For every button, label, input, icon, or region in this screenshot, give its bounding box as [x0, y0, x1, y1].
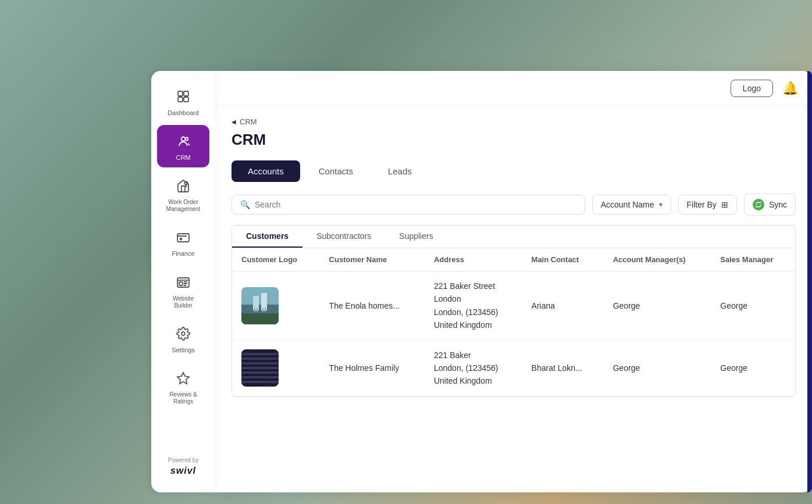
svg-rect-19 — [262, 308, 263, 312]
customer-logo-2 — [241, 349, 279, 387]
sidebar-item-dashboard[interactable]: Dashboard — [157, 80, 209, 123]
sync-dot — [753, 199, 764, 210]
row1-addr1: 221 Baker Street — [434, 280, 513, 292]
account-name-dropdown[interactable]: Account Name ▾ — [592, 195, 671, 215]
bell-button[interactable]: 🔔 — [782, 81, 798, 96]
row1-sales-manager: George — [711, 271, 795, 341]
table-row[interactable]: The Holmes Family 221 Baker London, (123… — [232, 340, 795, 396]
sync-button[interactable]: Sync — [744, 194, 796, 216]
row2-address: 221 Baker London, (123456) United Kingdo… — [425, 340, 522, 396]
brand-logo: swivl — [170, 466, 196, 476]
settings-icon — [173, 323, 194, 344]
finance-icon — [173, 227, 194, 248]
sidebar-item-finance[interactable]: Finance — [157, 221, 209, 263]
sidebar-item-settings-label: Settings — [172, 346, 195, 354]
sidebar-item-work-order[interactable]: Work Order Management — [157, 170, 209, 219]
table-row[interactable]: The Enola homes... 221 Baker Street Lond… — [232, 271, 795, 341]
svg-rect-21 — [241, 313, 279, 324]
filter-icon: ⊞ — [721, 200, 728, 209]
row1-addr3: London, (123456) — [434, 306, 513, 319]
sub-tab-customers[interactable]: Customers — [232, 226, 302, 248]
svg-rect-20 — [265, 308, 266, 312]
search-filter-row: 🔍 Account Name ▾ Filter By ⊞ — [232, 194, 796, 216]
content-area: ◀ CRM CRM Accounts Contacts Leads 🔍 Acco… — [215, 106, 812, 492]
col-sales-manager: Sales Manager — [711, 248, 795, 271]
sidebar-item-reviews[interactable]: Reviews & Ratings — [157, 362, 209, 411]
filter-label: Filter By — [687, 200, 717, 209]
customer-logo-1 — [241, 287, 279, 324]
table-container: Customers Subcontractors Suppliers Custo… — [232, 225, 796, 397]
row2-contact: Bharat Lokn... — [522, 340, 604, 396]
website-builder-icon — [173, 272, 194, 293]
row1-addr2: London — [434, 292, 513, 305]
row1-address: 221 Baker Street London London, (123456)… — [425, 271, 522, 341]
svg-marker-12 — [177, 373, 189, 384]
col-address: Address — [425, 248, 522, 271]
breadcrumb-arrow: ◀ — [232, 119, 236, 125]
breadcrumb-parent[interactable]: CRM — [240, 117, 257, 126]
row2-account-manager: George — [604, 340, 711, 396]
sidebar-item-website-builder[interactable]: Website Builder — [157, 266, 209, 315]
search-box: 🔍 — [232, 195, 585, 215]
svg-rect-16 — [261, 293, 267, 310]
crm-icon — [173, 131, 194, 152]
sub-tab-subcontractors[interactable]: Subcontractors — [302, 226, 385, 248]
tab-contacts[interactable]: Contacts — [302, 160, 369, 182]
logo-button[interactable]: Logo — [731, 80, 773, 97]
customers-table: Customer Logo Customer Name Address Main… — [232, 248, 795, 396]
row1-contact: Ariana — [522, 271, 604, 341]
row2-sales-manager: George — [711, 340, 795, 396]
right-panel — [807, 71, 812, 492]
powered-by-section: Powered by swivl — [161, 450, 206, 483]
sidebar-item-finance-label: Finance — [172, 250, 194, 258]
row2-name: The Holmes Family — [320, 340, 425, 396]
svg-rect-7 — [177, 234, 189, 242]
col-name: Customer Name — [320, 248, 425, 271]
top-header: Logo 🔔 — [215, 71, 812, 106]
page-title: CRM — [232, 131, 796, 149]
col-logo: Customer Logo — [232, 248, 320, 271]
row1-logo — [232, 271, 320, 341]
main-tabs: Accounts Contacts Leads — [232, 160, 796, 182]
powered-by-text: Powered by — [168, 457, 199, 463]
sidebar-item-crm[interactable]: CRM — [157, 125, 209, 167]
svg-rect-18 — [257, 308, 258, 312]
svg-rect-17 — [254, 308, 255, 312]
tab-accounts[interactable]: Accounts — [232, 160, 300, 182]
svg-rect-15 — [253, 296, 259, 310]
breadcrumb: ◀ CRM — [232, 117, 796, 126]
sidebar-item-website-builder-label: Website Builder — [164, 295, 202, 309]
sidebar-item-settings[interactable]: Settings — [157, 317, 209, 360]
row1-name: The Enola homes... — [320, 271, 425, 341]
svg-rect-2 — [178, 97, 183, 102]
sidebar-item-crm-label: CRM — [176, 154, 190, 162]
svg-rect-3 — [184, 97, 188, 102]
tab-leads[interactable]: Leads — [372, 160, 428, 182]
col-contact: Main Contact — [522, 248, 604, 271]
search-icon: 🔍 — [240, 200, 250, 209]
chevron-down-icon: ▾ — [659, 201, 663, 209]
row2-addr1: 221 Baker — [434, 349, 513, 362]
dropdown-label: Account Name — [601, 200, 654, 209]
row1-addr4: United Kingdom — [434, 319, 513, 331]
svg-rect-1 — [184, 91, 188, 96]
col-account-manager: Account Manager(s) — [604, 248, 711, 271]
sub-tab-suppliers[interactable]: Suppliers — [385, 226, 447, 248]
search-input[interactable] — [255, 200, 576, 209]
svg-rect-0 — [178, 91, 183, 96]
sidebar-item-work-order-label: Work Order Management — [164, 199, 202, 213]
sidebar-item-dashboard-label: Dashboard — [168, 109, 199, 117]
reviews-icon — [173, 368, 194, 389]
row1-account-manager: George — [604, 271, 711, 341]
filter-by-button[interactable]: Filter By ⊞ — [678, 195, 737, 215]
svg-rect-10 — [179, 282, 183, 285]
svg-point-4 — [181, 137, 186, 141]
sidebar-item-reviews-label: Reviews & Ratings — [164, 391, 202, 405]
dashboard-icon — [173, 86, 194, 107]
svg-point-5 — [186, 138, 188, 141]
row2-addr3: United Kingdom — [434, 374, 513, 387]
row2-logo — [232, 340, 320, 396]
sync-label: Sync — [769, 200, 787, 209]
svg-point-8 — [180, 238, 182, 240]
work-order-icon — [173, 176, 194, 196]
